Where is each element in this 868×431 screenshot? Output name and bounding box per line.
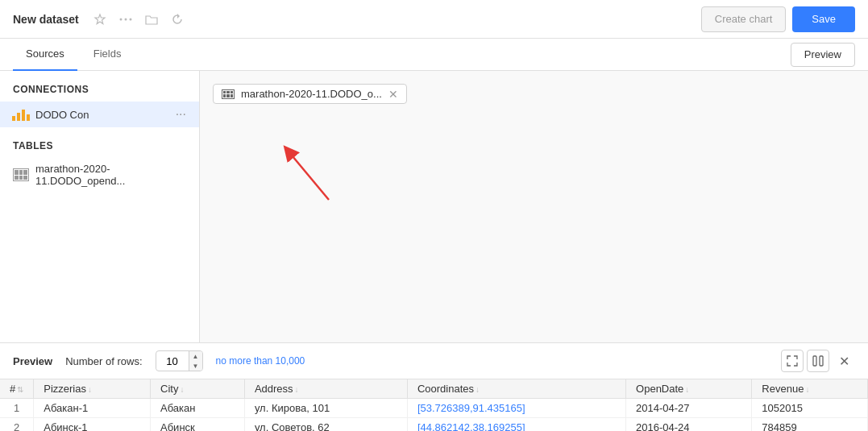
columns-button[interactable] [807,350,829,372]
svg-point-1 [119,18,122,20]
col-header-revenue: Revenue↓ [752,379,868,399]
preview-label: Preview [13,355,52,367]
cell-city: Абинск [151,418,245,432]
cell-coordinates: [44.862142,38.169255] [407,418,625,432]
rows-input-wrapper: ▲ ▼ [156,350,203,371]
folder-button[interactable] [140,8,163,31]
connection-more-button[interactable]: ··· [176,107,186,122]
header: New dataset Create chart Save [0,0,868,39]
svg-marker-0 [95,15,105,24]
cell-opendate: 2014-04-27 [626,399,752,418]
preview-table-wrapper: #⇅ Pizzerias↓ City↓ Address↓ Coordinates… [0,379,868,431]
preview-section: Preview Number of rows: ▲ ▼ no more than… [0,342,868,431]
preview-button[interactable]: Preview [791,43,855,67]
close-preview-button[interactable]: ✕ [833,350,855,372]
col-header-coordinates: Coordinates↓ [407,379,625,399]
dataset-title: New dataset [13,13,79,26]
cell-opendate: 2016-04-24 [626,418,752,432]
svg-rect-8 [820,356,823,366]
svg-point-2 [124,18,127,20]
cell-address: ул. Советов, 62 [244,418,407,432]
col-header-num: #⇅ [0,379,34,399]
table-row: 1 Абакан-1 Абакан ул. Кирова, 101 [53.72… [0,399,868,418]
preview-view-buttons: ✕ [781,350,855,372]
save-button[interactable]: Save [792,6,855,32]
tables-title: Tables [0,140,199,158]
create-chart-button[interactable]: Create chart [701,6,787,32]
cell-num: 1 [0,399,34,418]
more-button[interactable] [114,8,137,31]
table-icon [13,168,29,181]
svg-line-6 [289,151,329,200]
tab-sources[interactable]: Sources [13,39,77,71]
cell-pizzerias: Абинск-1 [34,418,151,432]
rows-spinners: ▲ ▼ [189,351,202,371]
rows-label: Number of rows: [65,355,142,367]
col-header-opendate: OpenDate↓ [626,379,752,399]
close-tab-button[interactable]: ✕ [388,89,398,100]
rows-up-button[interactable]: ▲ [189,351,202,361]
cell-revenue: 784859 [752,418,868,432]
col-header-address: Address↓ [244,379,407,399]
svg-marker-4 [177,14,180,19]
cell-coordinates: [53.726389,91.435165] [407,399,625,418]
cell-address: ул. Кирова, 101 [244,399,407,418]
expand-button[interactable] [781,350,804,372]
content-area: marathon-2020-11.DODO_o... ✕ [200,71,868,342]
cell-city: Абакан [151,399,245,418]
preview-table: #⇅ Pizzerias↓ City↓ Address↓ Coordinates… [0,379,868,431]
sidebar: Connections DODO Con ··· Tables marathon… [0,71,200,342]
header-actions [89,8,189,31]
col-header-city: City↓ [151,379,245,399]
rows-down-button[interactable]: ▼ [189,361,202,371]
cell-pizzerias: Абакан-1 [34,399,151,418]
table-item[interactable]: marathon-2020-11.DODO_opend... [0,158,199,192]
connections-title: Connections [0,84,199,102]
rows-input[interactable] [156,354,189,369]
sync-button[interactable] [166,8,189,31]
table-row: 2 Абинск-1 Абинск ул. Советов, 62 [44.86… [0,418,868,432]
cell-revenue: 1052015 [752,399,868,418]
connection-icon [13,106,29,122]
star-button[interactable] [89,8,111,31]
svg-rect-7 [813,356,816,366]
tab-bar: Sources Fields Preview [0,39,868,71]
table-tab-icon [222,89,235,99]
col-header-pizzerias: Pizzerias↓ [34,379,151,399]
tab-fields[interactable]: Fields [81,39,135,71]
main-layout: Connections DODO Con ··· Tables marathon… [0,71,868,342]
connection-label: DODO Con [35,109,176,121]
table-tab-label: marathon-2020-11.DODO_o... [241,88,382,100]
table-label: marathon-2020-11.DODO_opend... [35,163,186,187]
preview-header: Preview Number of rows: ▲ ▼ no more than… [0,343,868,379]
arrow-annotation [264,119,361,216]
cell-num: 2 [0,418,34,432]
connection-item[interactable]: DODO Con ··· [0,102,199,127]
active-table-tab[interactable]: marathon-2020-11.DODO_o... ✕ [213,84,407,104]
rows-hint: no more than 10,000 [216,355,305,367]
svg-point-3 [129,18,131,20]
bar-chart-icon [12,108,30,121]
